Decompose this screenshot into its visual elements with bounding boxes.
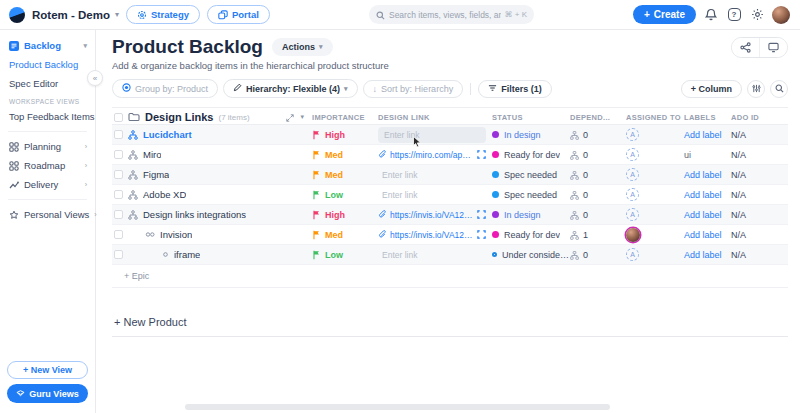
new-view-button[interactable]: + New View [7,361,88,379]
importance-cell[interactable]: Med [312,226,378,244]
importance-cell[interactable]: Med [312,166,378,184]
assignee-placeholder-avatar[interactable]: A [626,188,639,201]
design-link-cell[interactable]: https://invis.io/VA12LFFJ25... [378,230,492,240]
item-name[interactable]: Adobe XD [143,189,186,200]
labels-cell[interactable]: Add label [684,190,731,200]
guru-views-button[interactable]: Guru Views [7,384,88,403]
actions-button[interactable]: Actions ▾ [272,38,333,56]
sidebar-item-delivery[interactable]: Delivery › [0,175,95,194]
open-link-expand-icon[interactable] [477,230,486,239]
table-row[interactable]: Lucidchart High Enter link In design 0 A… [112,125,788,145]
table-row[interactable]: Miro Med https://miro.com/app/board/... … [112,145,788,165]
dependencies-cell[interactable]: 0 [570,126,626,144]
dependencies-cell[interactable]: 0 [570,246,626,264]
row-checkbox[interactable] [114,250,123,259]
assignee-placeholder-avatar[interactable]: A [626,168,639,181]
help-icon[interactable]: ? [726,7,742,23]
assignee-placeholder-avatar[interactable]: A [626,248,639,261]
dependencies-cell[interactable]: 0 [570,166,626,184]
workspace-name[interactable]: Rotem - Demo [32,9,110,21]
status-cell[interactable]: In design [492,130,570,140]
column-header-status[interactable]: STATUS [492,113,570,122]
labels-cell[interactable]: Add label [684,170,731,180]
sidebar-item-top-feedback-items[interactable]: Top Feedback Items [0,107,95,126]
labels-cell[interactable]: Add label [684,130,731,140]
add-epic-button[interactable]: + Epic [112,265,788,288]
item-name[interactable]: Figma [143,169,169,180]
assigned-to-cell[interactable]: A [626,128,684,141]
importance-cell[interactable]: Low [312,186,378,204]
design-link-placeholder[interactable]: Enter link [378,168,486,182]
design-link-cell[interactable]: Enter link [378,188,492,202]
status-cell[interactable]: Spec needed [492,190,570,200]
status-cell[interactable]: Under consider... [492,250,570,260]
status-cell[interactable]: Ready for dev [492,230,570,240]
table-row[interactable]: Adobe XD Low Enter link Spec needed 0 A … [112,185,788,205]
group-checkbox[interactable] [114,113,123,122]
status-cell[interactable]: Ready for dev [492,150,570,160]
table-row[interactable]: Figma Med Enter link Spec needed 0 A Add… [112,165,788,185]
design-link-url[interactable]: https://miro.com/app/board/... [390,150,474,160]
design-link-url[interactable]: https://invis.io/VA12LFFJ25... [390,230,474,240]
table-row[interactable]: Invision Med https://invis.io/VA12LFFJ25… [112,225,788,245]
row-checkbox[interactable] [114,130,123,139]
column-header-labels[interactable]: LABELS [684,113,731,122]
assignee-avatar[interactable] [626,228,640,242]
column-header-importance[interactable]: IMPORTANCE [312,113,378,122]
user-avatar[interactable] [772,6,790,24]
labels-cell[interactable]: Add label [684,250,731,260]
sidebar-item-roadmap[interactable]: Roadmap › [0,156,95,175]
share-icon[interactable] [732,38,759,57]
row-settings-icon[interactable] [747,80,765,98]
assigned-to-cell[interactable]: A [626,168,684,181]
row-checkbox[interactable] [114,210,123,219]
design-link-cell[interactable]: https://miro.com/app/board/... [378,150,492,160]
design-link-cell[interactable]: Enter link [378,127,492,143]
group-title[interactable]: Design Links [145,111,213,123]
column-header-design-link[interactable]: DESIGN LINK [378,113,492,122]
group-collapse-chevron-icon[interactable]: ▾ [300,113,304,121]
importance-cell[interactable]: High [312,126,378,144]
sort-by-pill[interactable]: ↓ Sort by: Hierarchy [363,80,464,98]
column-header-ado-id[interactable]: ADO ID [731,113,788,122]
column-header-assigned-to[interactable]: ASSIGNED TO [626,113,684,122]
row-checkbox[interactable] [114,170,123,179]
column-header-dependencies[interactable]: DEPEND... [570,113,626,122]
dependencies-cell[interactable]: 0 [570,146,626,164]
horizontal-scrollbar[interactable] [185,404,610,410]
assignee-placeholder-avatar[interactable]: A [626,128,639,141]
design-link-cell[interactable]: https://invis.io/VA12LFFJ25... [378,210,492,220]
assigned-to-cell[interactable]: A [626,248,684,261]
sidebar-collapse-button[interactable]: « [87,70,103,86]
assignee-placeholder-avatar[interactable]: A [626,208,639,221]
item-name[interactable]: Lucidchart [143,129,192,140]
status-cell[interactable]: Spec needed [492,170,570,180]
settings-gear-icon[interactable] [749,7,765,23]
sidebar-item-spec-editor[interactable]: Spec Editor [0,74,95,93]
labels-cell[interactable]: Add label [684,230,731,240]
importance-cell[interactable]: Med [312,146,378,164]
importance-cell[interactable]: High [312,206,378,224]
portal-button[interactable]: Portal [207,5,270,24]
row-checkbox[interactable] [114,230,123,239]
assigned-to-cell[interactable] [626,228,684,242]
sidebar-item-product-backlog[interactable]: Product Backlog [0,55,95,74]
item-name[interactable]: Invision [160,229,192,240]
sidebar-item-backlog[interactable]: Backlog ▾ [0,36,95,55]
design-link-placeholder[interactable]: Enter link [378,188,486,202]
table-search-icon[interactable] [770,80,788,98]
design-link-placeholder[interactable]: Enter link [378,248,486,262]
row-checkbox[interactable] [114,190,123,199]
present-icon[interactable] [759,38,787,57]
design-link-cell[interactable]: Enter link [378,168,492,182]
hierarchy-pill[interactable]: Hierarchy: Flexible (4) ▾ [223,79,358,98]
notifications-bell-icon[interactable] [703,7,719,23]
open-link-expand-icon[interactable] [477,210,486,219]
assigned-to-cell[interactable]: A [626,188,684,201]
dependencies-cell[interactable]: 1 [570,226,626,244]
assigned-to-cell[interactable]: A [626,208,684,221]
item-name[interactable]: iframe [174,249,200,260]
add-product-button[interactable]: + New Product [112,302,788,337]
add-column-button[interactable]: + Column [681,80,742,98]
design-link-cell[interactable]: Enter link [378,248,492,262]
